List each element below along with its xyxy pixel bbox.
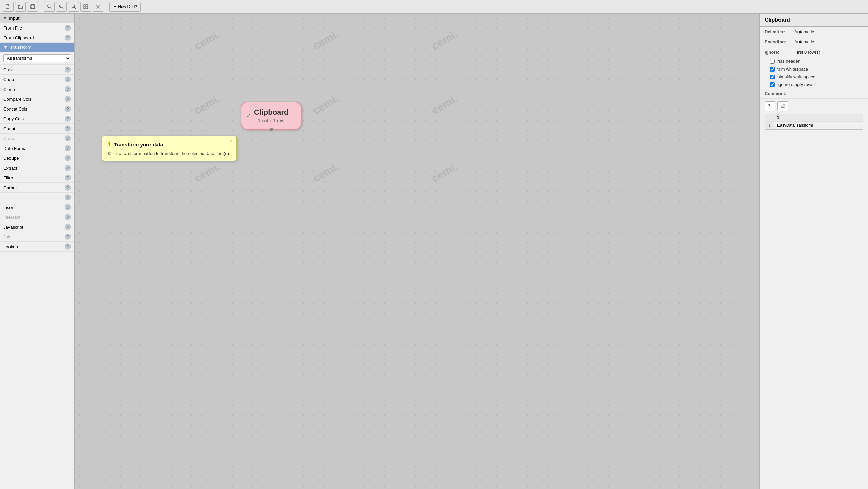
search-button[interactable] <box>44 2 55 12</box>
transform-section-header[interactable]: ▼ Transform <box>0 43 74 52</box>
refresh-button[interactable]: ↻ <box>765 101 775 111</box>
toolbar-separator-1 <box>41 3 41 10</box>
transform-filter-select[interactable]: All transforms <box>3 54 71 62</box>
transform-cross-label: Cross <box>3 136 15 141</box>
clipboard-node[interactable]: ✓ Clipboard 1 col x 1 row <box>241 102 302 130</box>
transform-filter-dropdown[interactable]: All transforms <box>0 52 74 65</box>
transform-case[interactable]: Case ? <box>0 65 74 75</box>
edit-button[interactable] <box>777 101 788 111</box>
trim-whitespace-checkbox[interactable] <box>770 67 775 72</box>
save-file-button[interactable] <box>27 2 38 12</box>
comment-label: Comment: <box>765 91 792 96</box>
transform-chop-help[interactable]: ? <box>65 76 71 82</box>
canvas[interactable]: cemi. cemi. cemi. cemi. cemi. cemi. cemi… <box>75 14 760 489</box>
has-header-checkbox[interactable] <box>770 59 775 64</box>
transform-javascript[interactable]: Javascript ? <box>0 222 74 232</box>
ignore-empty-rows-row[interactable]: ignore empty rows <box>760 81 868 89</box>
transform-join-help[interactable]: ? <box>65 234 71 240</box>
transform-join[interactable]: Join ? <box>0 232 74 242</box>
transform-concat-cols[interactable]: Concat Cols ? <box>0 104 74 114</box>
transform-dedupe-label: Dedupe <box>3 156 19 161</box>
input-from-file[interactable]: From File ? <box>0 23 74 33</box>
transform-intersect-help[interactable]: ? <box>65 214 71 220</box>
data-row-num-1: 1 <box>765 122 774 129</box>
simplify-whitespace-checkbox[interactable] <box>770 75 775 79</box>
zoom-out-button[interactable] <box>68 2 79 12</box>
transform-extract-label: Extract <box>3 165 17 171</box>
data-table-header-row: 1 <box>765 114 863 122</box>
input-from-clipboard[interactable]: From Clipboard ? <box>0 33 74 43</box>
refresh-icon: ↻ <box>768 103 772 109</box>
transform-concat-cols-help[interactable]: ? <box>65 106 71 112</box>
how-do-i-button[interactable]: ▼ How Do I? <box>109 2 141 12</box>
transform-chop-label: Chop <box>3 77 14 82</box>
transform-clone-label: Clone <box>3 87 15 92</box>
transform-lookup[interactable]: Lookup ? <box>0 242 74 252</box>
transform-intersect[interactable]: Intersect ? <box>0 212 74 222</box>
transform-arrow-icon: ▼ <box>3 45 8 50</box>
transform-copy-cols-help[interactable]: ? <box>65 116 71 122</box>
data-row-cell-1: EasyDataTransform <box>774 122 863 129</box>
transform-if-label: If <box>3 195 6 200</box>
transform-clone[interactable]: Clone ? <box>0 84 74 94</box>
transform-copy-cols[interactable]: Copy Cols ? <box>0 114 74 124</box>
ignore-empty-rows-checkbox[interactable] <box>770 82 775 87</box>
transform-filter[interactable]: Filter ? <box>0 173 74 183</box>
transform-if-help[interactable]: ? <box>65 194 71 200</box>
transform-date-format[interactable]: Date Format ? <box>0 143 74 153</box>
new-file-button[interactable] <box>3 2 14 12</box>
transform-gather-label: Gather <box>3 185 17 190</box>
transform-compare-cols[interactable]: Compare Cols ? <box>0 94 74 104</box>
tooltip-close-button[interactable]: × <box>230 139 232 144</box>
input-from-clipboard-label: From Clipboard <box>3 35 34 40</box>
transform-cross[interactable]: Cross ? <box>0 134 74 143</box>
transform-lookup-help[interactable]: ? <box>65 243 71 250</box>
grid-button[interactable] <box>80 2 91 12</box>
transform-extract[interactable]: Extract ? <box>0 163 74 173</box>
ignore-label: Ignore: <box>765 50 792 55</box>
input-from-clipboard-help[interactable]: ? <box>65 35 71 41</box>
toolbar-separator-2 <box>106 3 106 10</box>
transform-date-format-help[interactable]: ? <box>65 145 71 151</box>
zoom-in-button[interactable] <box>56 2 67 12</box>
transform-extract-help[interactable]: ? <box>65 165 71 171</box>
transform-count[interactable]: Count ? <box>0 124 74 134</box>
reset-button[interactable] <box>93 2 103 12</box>
svg-rect-14 <box>86 5 88 6</box>
main-layout: ▼ Input From File ? From Clipboard ? ▼ T… <box>0 14 868 489</box>
transform-if[interactable]: If ? <box>0 193 74 202</box>
transform-dedupe[interactable]: Dedupe ? <box>0 153 74 163</box>
has-header-label: has header <box>777 59 800 64</box>
open-file-button[interactable] <box>15 2 26 12</box>
transform-insert[interactable]: Insert ? <box>0 202 74 212</box>
transform-lookup-label: Lookup <box>3 244 18 249</box>
transform-javascript-help[interactable]: ? <box>65 224 71 230</box>
transform-count-help[interactable]: ? <box>65 125 71 132</box>
transform-gather[interactable]: Gather ? <box>0 183 74 193</box>
svg-rect-15 <box>84 7 85 9</box>
svg-rect-3 <box>31 7 34 8</box>
has-header-row[interactable]: has header <box>760 57 868 65</box>
transform-insert-help[interactable]: ? <box>65 204 71 210</box>
svg-line-11 <box>74 7 76 9</box>
tooltip: ℹ Transform your data × Click a transfor… <box>102 136 237 161</box>
transform-insert-label: Insert <box>3 205 15 210</box>
transform-clone-help[interactable]: ? <box>65 86 71 92</box>
transform-gather-help[interactable]: ? <box>65 184 71 191</box>
transform-case-help[interactable]: ? <box>65 66 71 73</box>
ignore-value: First 0 row(s) <box>794 50 820 55</box>
svg-line-5 <box>50 7 51 9</box>
input-from-file-label: From File <box>3 25 22 31</box>
transform-compare-cols-help[interactable]: ? <box>65 96 71 102</box>
input-arrow-icon: ▼ <box>3 16 7 20</box>
transform-filter-help[interactable]: ? <box>65 175 71 181</box>
input-from-file-help[interactable]: ? <box>65 25 71 31</box>
transform-chop[interactable]: Chop ? <box>0 75 74 84</box>
transform-dedupe-help[interactable]: ? <box>65 155 71 161</box>
transform-cross-help[interactable]: ? <box>65 135 71 141</box>
input-section-header[interactable]: ▼ Input <box>0 14 74 23</box>
simplify-whitespace-row[interactable]: simplify whitespace <box>760 73 868 81</box>
trim-whitespace-row[interactable]: trim whitespace <box>760 65 868 73</box>
transform-javascript-label: Javascript <box>3 224 23 230</box>
encoding-row: Encoding: Automatic <box>760 37 868 47</box>
